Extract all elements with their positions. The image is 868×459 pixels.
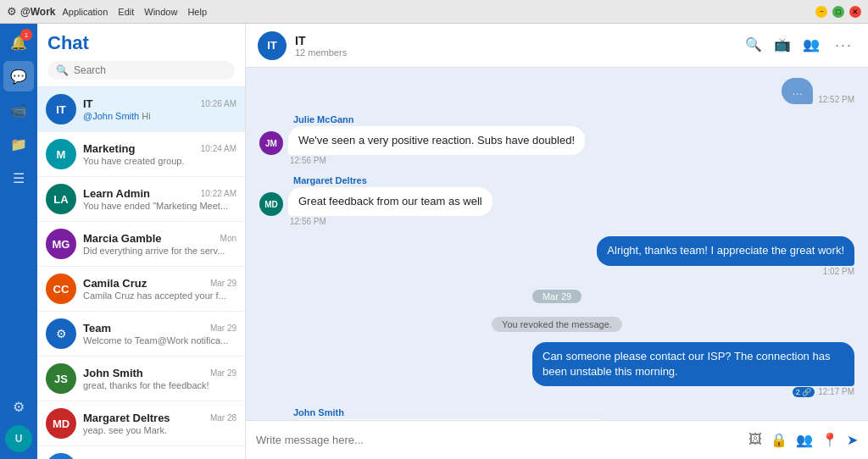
- chat-header-actions: 🔍 📺 👥 ···: [745, 36, 856, 54]
- chat-name-marcia: Marcia Gamble: [83, 232, 162, 245]
- notifications-icon[interactable]: 🔔 1: [3, 27, 34, 58]
- avatar-it: IT: [46, 94, 76, 124]
- chat-item-team[interactable]: ⚙ Team Mar 29 Welcome to Team@Work notif…: [37, 312, 245, 357]
- sender-margaret-msg: Margaret Deltres: [293, 175, 367, 185]
- app-container: 🔔 1 💬 📹 📁 ☰ ⚙: [0, 24, 868, 459]
- user-avatar-icon[interactable]: U: [5, 425, 32, 452]
- chat-item-learn-admin[interactable]: LA Learn Admin 10:22 AM You have ended "…: [37, 177, 245, 222]
- bubble-me2: Can someone please contact our ISP? The …: [532, 342, 854, 386]
- window-controls: － □ ✕: [815, 6, 861, 18]
- menu-icon[interactable]: ☰: [3, 163, 34, 193]
- message-input[interactable]: [256, 434, 740, 446]
- chat-header-avatar: IT: [258, 31, 287, 60]
- sender-john-reply: John Smith: [293, 407, 344, 418]
- messages-area: … 12:52 PM Julie McGann JM We've seen a …: [246, 68, 868, 420]
- date-badge-mar29: Mar 29: [532, 290, 581, 303]
- titlebar: ⚙ @Work Application Edit Window Help － □…: [0, 0, 868, 24]
- video-icon[interactable]: 📹: [3, 95, 34, 125]
- msg-group-margaret-msg: Margaret Deltres MD Great feedback from …: [259, 175, 854, 226]
- main-chat: IT IT 12 members 🔍 📺 👥 ··· … 12:52 PM: [246, 24, 868, 459]
- chat-item-marcia[interactable]: MG Marcia Gamble Mon Did everything arri…: [37, 222, 245, 267]
- chat-item-eden[interactable]: EC Eden Clements Sep 01 Inquiry submitte…: [37, 446, 245, 459]
- bubble-julie: We've seen a very positive reaction. Sub…: [288, 126, 585, 155]
- lock-icon[interactable]: 🔒: [771, 432, 787, 448]
- chat-time-margaret: Mar 28: [210, 413, 236, 423]
- chat-name-learn-admin: Learn Admin: [83, 187, 150, 200]
- people-add-icon[interactable]: 👥: [796, 432, 813, 448]
- count-badge: 2 🔗: [793, 387, 815, 397]
- settings-icon[interactable]: ⚙: [3, 391, 34, 422]
- chat-time-john: Mar 29: [210, 368, 236, 378]
- chat-item-margaret[interactable]: MD Margaret Deltres Mar 28 yeap. see you…: [37, 401, 245, 446]
- menu-edit[interactable]: Edit: [118, 7, 134, 17]
- minimize-button[interactable]: －: [815, 6, 827, 18]
- cutoff-time: 12:52 PM: [818, 95, 854, 104]
- avatar-eden: EC: [46, 453, 76, 459]
- search-header-icon[interactable]: 🔍: [745, 36, 762, 54]
- chat-item-marketing[interactable]: M Marketing 10:24 AM You have created gr…: [37, 132, 245, 177]
- msg-row-john-reply: JS Yes sir, they are testing their servi…: [259, 419, 610, 420]
- chat-info-camila: Camila Cruz Mar 29 Camila Cruz has accep…: [83, 277, 236, 301]
- chat-info-team: Team Mar 29 Welcome to Team@Work notific…: [83, 322, 236, 346]
- chat-info-margaret: Margaret Deltres Mar 28 yeap. see you Ma…: [83, 412, 236, 435]
- chat-name-margaret: Margaret Deltres: [83, 412, 170, 424]
- chat-preview-it: @John Smith Hi: [83, 111, 236, 121]
- msg-group-julie: Julie McGann JM We've seen a very positi…: [259, 114, 854, 165]
- chat-time-team: Mar 29: [210, 324, 236, 333]
- avatar-john: JS: [46, 363, 76, 394]
- location-icon[interactable]: 📍: [821, 432, 838, 448]
- msg-row-me2: Can someone please contact our ISP? The …: [532, 342, 854, 386]
- chat-time-marketing: 10:24 AM: [201, 144, 236, 153]
- system-msg-revoked: You revoked the message.: [259, 317, 854, 332]
- menu-window[interactable]: Window: [144, 7, 177, 17]
- system-bubble-revoked: You revoked the message.: [492, 317, 622, 332]
- more-options-button[interactable]: ···: [832, 36, 856, 54]
- files-icon[interactable]: 📁: [3, 129, 34, 159]
- bubble-john-reply: Yes sir, they are testing their service …: [288, 419, 610, 420]
- chat-list-header: Chat 🔍: [37, 24, 245, 87]
- chat-preview-learn-admin: You have ended "Marketing Meet...: [83, 201, 236, 211]
- msg-row-me1: Alright, thanks team! I appreciate the g…: [597, 236, 854, 265]
- close-button[interactable]: ✕: [849, 6, 861, 18]
- cutoff-msg: … 12:52 PM: [259, 78, 854, 104]
- maximize-button[interactable]: □: [832, 6, 844, 18]
- chat-preview-margaret: yeap. see you Mark.: [83, 425, 236, 435]
- search-icon: 🔍: [56, 64, 69, 76]
- chat-item-it[interactable]: IT IT 10:26 AM @John Smith Hi: [37, 87, 245, 132]
- send-button[interactable]: ➤: [847, 432, 858, 448]
- chat-info-learn-admin: Learn Admin 10:22 AM You have ended "Mar…: [83, 187, 236, 211]
- avatar-camila: CC: [46, 274, 76, 304]
- search-box: 🔍: [47, 61, 235, 80]
- chat-item-camila[interactable]: CC Camila Cruz Mar 29 Camila Cruz has ac…: [37, 267, 245, 312]
- chat-time-camila: Mar 29: [210, 279, 236, 288]
- chat-preview-team: Welcome to Team@Work notifica...: [83, 335, 236, 346]
- app-title: @Work: [20, 6, 55, 18]
- chat-info-it: IT 10:26 AM @John Smith Hi: [83, 97, 236, 121]
- chat-preview-marketing: You have created group.: [83, 156, 236, 166]
- chat-header-name: IT: [295, 34, 737, 47]
- msg-group-me2: Can someone please contact our ISP? The …: [259, 342, 854, 397]
- chat-icon[interactable]: 💬: [3, 61, 34, 91]
- menu-application[interactable]: Application: [62, 7, 108, 17]
- chat-header-info: IT 12 members: [295, 34, 737, 58]
- members-icon[interactable]: 👥: [803, 36, 820, 54]
- date-sep-mar29: Mar 29: [259, 290, 854, 303]
- chat-item-john[interactable]: JS John Smith Mar 29 great, thanks for t…: [37, 357, 245, 401]
- chat-header: IT IT 12 members 🔍 📺 👥 ···: [246, 24, 868, 68]
- sidebar-bottom: ⚙ U: [3, 391, 34, 459]
- chat-time-it: 10:26 AM: [201, 99, 236, 108]
- chat-info-marcia: Marcia Gamble Mon Did everything arrive …: [83, 232, 236, 256]
- menu-help[interactable]: Help: [187, 7, 207, 17]
- chat-list: IT IT 10:26 AM @John Smith Hi M Marketin: [37, 87, 245, 459]
- app-icon: ⚙: [7, 5, 17, 18]
- search-input[interactable]: [74, 64, 226, 76]
- message-input-area: 🖼 🔒 👥 📍 ➤: [246, 420, 868, 459]
- chat-list-panel: Chat 🔍 IT IT 10:26 AM @John Smith Hi: [37, 24, 246, 459]
- time-me1: 1:02 PM: [823, 267, 854, 276]
- time-margaret-msg: 12:56 PM: [290, 217, 326, 226]
- screen-share-icon[interactable]: 📺: [774, 36, 791, 54]
- avatar-marcia: MG: [46, 229, 76, 259]
- cutoff-bubble: …: [782, 78, 813, 104]
- image-attach-icon[interactable]: 🖼: [748, 432, 762, 448]
- avatar-marketing: M: [46, 139, 76, 169]
